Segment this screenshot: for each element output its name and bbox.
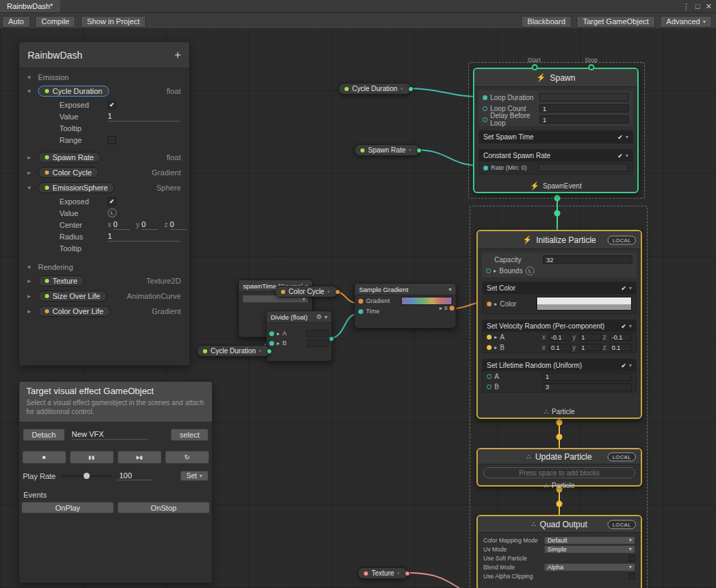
center-z-field[interactable]: 0 [170, 220, 186, 230]
bounds-port[interactable] [486, 268, 491, 273]
lock-toggle[interactable]: L [108, 208, 117, 217]
radius-field[interactable]: 1 [108, 232, 180, 242]
delay-before-loop-field[interactable]: 1 [539, 115, 629, 124]
divide-output-port[interactable] [329, 336, 334, 342]
divide-a-port[interactable] [269, 331, 274, 336]
set-color-block[interactable]: Set Color ✔ ▾ ▸ Color [482, 282, 637, 314]
chevron-down-icon[interactable]: ▾ [28, 184, 34, 191]
target-gameobject-button[interactable]: Target GameObject [577, 16, 655, 28]
pill-cycle-duration[interactable]: Cycle Duration ‹ [338, 83, 412, 95]
param-row-color-cycle[interactable]: ▸ Color Cycle Gradient [19, 165, 189, 180]
loop-duration-field[interactable] [539, 93, 629, 101]
loop-count-field[interactable]: 1 [539, 104, 629, 112]
sample-gradient-node[interactable]: Sample Gradient ▾ Gradient Time ▸ s [354, 283, 456, 329]
block-enabled-check[interactable]: ✔ [617, 153, 623, 159]
play-rate-slider[interactable] [61, 476, 111, 477]
divide-b-field[interactable] [307, 340, 329, 347]
color-mapping-mode-dropdown[interactable]: Default ▾ [544, 536, 635, 545]
pill-color-cycle-port[interactable] [335, 289, 340, 295]
blackboard-header[interactable]: RainbwDash + [19, 42, 189, 68]
chevron-down-icon[interactable]: ▾ [629, 362, 632, 369]
update-particle-node[interactable]: ∴ Update Particle LOCAL Press space to a… [476, 448, 642, 487]
velocity-b-z-field[interactable]: 0.1 [610, 344, 632, 351]
auto-button[interactable]: Auto [2, 16, 30, 28]
time-input-port[interactable] [358, 309, 363, 314]
play-rate-value-field[interactable]: 100 [117, 471, 153, 480]
edge-divide-to-time[interactable] [330, 314, 357, 338]
chevron-down-icon[interactable]: ▾ [325, 314, 327, 320]
chevron-down-icon[interactable]: ▾ [629, 285, 632, 291]
chevron-right-icon[interactable]: ▸ [28, 293, 34, 300]
window-close-icon[interactable]: ✕ [706, 2, 712, 11]
advanced-button[interactable]: Advanced▾ [660, 16, 712, 28]
pill-spawn-rate[interactable]: Spawn Rate ‹ [354, 144, 420, 156]
velocity-b-x-field[interactable]: 0.1 [549, 344, 571, 351]
color-port[interactable] [487, 302, 492, 306]
window-menu-icon[interactable]: ⋮ [682, 2, 690, 11]
pill-color-cycle[interactable]: Color Cycle ‹ [275, 286, 338, 297]
pill-texture[interactable]: Texture ‹ [358, 567, 408, 579]
exposed-checkbox[interactable]: ✔ [108, 101, 116, 109]
center-x-field[interactable]: 0 [113, 220, 130, 230]
set-lifetime-random-block[interactable]: Set Lifetime Random (Uniform) ✔ ▾ A 1 B … [482, 359, 637, 393]
restart-button[interactable]: ↻ [165, 451, 209, 464]
pill-spawn-rate-port[interactable] [416, 148, 422, 153]
lifetime-a-field[interactable]: 1 [542, 373, 632, 381]
onplay-button[interactable]: OnPlay [21, 502, 114, 513]
initialize-node-title[interactable]: ⚡ Initialize Particle LOCAL [478, 231, 641, 249]
step-button[interactable]: ▶▮ [117, 451, 162, 464]
capacity-field[interactable]: 32 [543, 255, 632, 264]
spawn-stop-port[interactable] [588, 64, 594, 70]
edge-texture-to-quad-output[interactable] [410, 573, 476, 588]
target-panel-header[interactable]: Target visual effect GameObject Select a… [19, 382, 212, 422]
param-row-texture[interactable]: ▸ Texture Texture2D [19, 273, 189, 288]
category-rendering[interactable]: ▾ Rendering [19, 258, 189, 273]
chevron-right-icon[interactable]: ▸ [277, 340, 280, 346]
gear-icon[interactable]: ⚙ [316, 313, 322, 320]
set-velocity-random-block[interactable]: Set Velocity Random (Per-component) ✔ ▾ … [482, 320, 637, 353]
collapse-chevron-icon[interactable]: ‹ [260, 348, 262, 354]
spawn-node-title[interactable]: ⚡ Spawn [474, 69, 637, 87]
use-alpha-clipping-checkbox[interactable] [628, 573, 635, 580]
sphere-exposed-checkbox[interactable]: ✔ [108, 197, 116, 206]
rate-port[interactable] [483, 166, 488, 170]
block-enabled-check[interactable]: ✔ [621, 285, 626, 292]
target-object-name[interactable]: New VFX [72, 430, 148, 440]
lock-toggle[interactable]: L [525, 266, 534, 275]
collapse-chevron-icon[interactable]: ‹ [409, 147, 411, 153]
quad-node-title[interactable]: ∴ Quad Output LOCAL [478, 516, 641, 533]
show-in-project-button[interactable]: Show in Project [81, 16, 146, 28]
sample-gradient-output-port[interactable] [449, 306, 454, 311]
lifetime-a-port[interactable] [487, 374, 492, 379]
chevron-down-icon[interactable]: ▾ [626, 134, 628, 140]
param-row-size-over-life[interactable]: ▸ Size Over Life AnimationCurve [19, 288, 189, 304]
param-row-color-over-life[interactable]: ▸ Color Over Life Gradient [19, 304, 189, 319]
param-row-spawn-rate[interactable]: ▸ Spawn Rate float [19, 150, 189, 165]
tab-rainbwdash[interactable]: RainbwDash* [0, 0, 60, 12]
lifetime-b-field[interactable]: 3 [542, 383, 632, 391]
range-checkbox[interactable] [108, 136, 116, 144]
gradient-input-port[interactable] [358, 299, 363, 304]
initialize-particle-node[interactable]: ⚡ Initialize Particle LOCAL Capacity 32 … [476, 230, 642, 419]
spawn-node[interactable]: ⚡ Spawn Loop Duration Loop Count 1 Delay… [473, 68, 639, 193]
loop-count-port[interactable] [483, 106, 487, 111]
chevron-down-icon[interactable]: ▾ [626, 153, 628, 159]
lifetime-b-port[interactable] [487, 384, 492, 389]
category-emission[interactable]: ▾ Emission [19, 68, 189, 84]
pill-cycle-duration-port[interactable] [408, 86, 414, 92]
chevron-right-icon[interactable]: ▸ [439, 305, 442, 311]
rate-field[interactable] [539, 164, 628, 172]
param-row-cycle-duration[interactable]: ▾ Cycle Duration float [19, 84, 189, 99]
update-node-title[interactable]: ∴ Update Particle LOCAL [478, 449, 641, 464]
use-soft-particle-checkbox[interactable] [628, 555, 635, 562]
chevron-right-icon[interactable]: ▸ [494, 344, 497, 351]
velocity-a-port[interactable] [487, 335, 492, 340]
collapse-chevron-icon[interactable]: ‹ [398, 570, 400, 576]
pause-button[interactable]: ▮▮ [70, 451, 114, 464]
pill-texture-port[interactable] [405, 571, 410, 576]
delay-before-loop-port[interactable] [483, 117, 487, 122]
chevron-down-icon[interactable]: ▾ [449, 286, 452, 293]
add-blocks-placeholder[interactable]: Press space to add blocks [483, 467, 635, 478]
center-y-field[interactable]: 0 [142, 220, 158, 230]
param-row-emission-sphere[interactable]: ▾ EmissionSphere Sphere [19, 180, 189, 195]
